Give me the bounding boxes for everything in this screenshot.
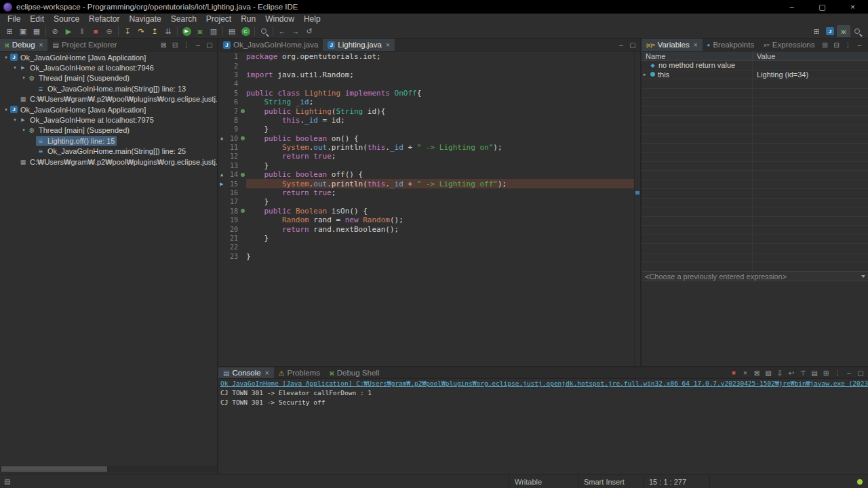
expander-icon[interactable]: ▾ (12, 65, 18, 70)
tab-console[interactable]: ▤Console× (218, 367, 274, 378)
debug-hscrollbar[interactable] (0, 466, 217, 472)
code-line[interactable]: 5public class Lighting implements OnOff{ (218, 89, 634, 98)
suspend-icon[interactable]: ‖ (75, 25, 89, 37)
tab-debug-shell[interactable]: жDebug Shell (325, 367, 384, 378)
close-button[interactable]: × (837, 0, 868, 14)
menu-source[interactable]: Source (49, 14, 84, 24)
tree-row[interactable]: ▾JOk_JavaGoInHome [Java Application] (0, 104, 217, 115)
tree-row[interactable]: ≡Ok_JavaGoInHome.main(String[]) line: 25 (0, 146, 217, 157)
back-icon[interactable]: ← (275, 25, 289, 37)
tree-row[interactable]: ▾JOk_JavaGoInHome [Java Application] (0, 52, 217, 62)
collapse-all-icon[interactable]: ⊟ (170, 39, 180, 50)
minimize-icon[interactable]: – (193, 39, 203, 50)
code-line[interactable]: ▲10 public boolean on() { (218, 134, 634, 143)
column-value[interactable]: Value (753, 52, 868, 60)
collapse-all-icon[interactable]: ⊟ (831, 39, 842, 50)
tree-row[interactable]: ≡Lighting.off() line: 15 (0, 136, 217, 146)
expander-icon[interactable]: ▾ (20, 127, 27, 133)
terminate-icon[interactable]: ■ (89, 25, 102, 37)
close-icon[interactable]: × (265, 369, 269, 377)
sash-right[interactable] (640, 39, 642, 366)
fold-marker-icon[interactable] (241, 209, 245, 213)
last-edit-location-icon[interactable]: ↺ (302, 25, 316, 37)
code-line[interactable]: 21 } (218, 234, 634, 243)
resume-icon[interactable]: ▶ (62, 25, 75, 37)
tab-expressions[interactable]: x=Expressions (759, 39, 819, 51)
new-wizard-icon[interactable]: ⊞ (3, 25, 16, 37)
code-line[interactable]: 11 System.out.println(this._id + " -> Li… (218, 143, 634, 152)
tab-problems[interactable]: ⚠Problems (274, 367, 326, 378)
open-console-icon[interactable]: ⊞ (821, 367, 831, 378)
view-menu-icon[interactable]: ⋮ (832, 367, 843, 378)
menu-file[interactable]: File (3, 14, 25, 24)
console-launch-header[interactable]: Ok_JavaGoInHome [Java Application] C:₩Us… (220, 379, 868, 388)
overview-ruler[interactable] (634, 52, 640, 366)
menu-project[interactable]: Project (201, 14, 236, 24)
close-icon[interactable]: × (39, 41, 43, 49)
step-into-icon[interactable]: ↧ (121, 25, 134, 37)
console-output[interactable]: Ok_JavaGoInHome [Java Application] C:₩Us… (220, 379, 868, 474)
code-line[interactable]: 18 public Boolean isOn() { (218, 207, 634, 216)
close-icon[interactable]: × (386, 41, 390, 49)
maximize-icon[interactable]: ▢ (865, 39, 868, 50)
minimize-icon[interactable]: – (616, 39, 627, 50)
variable-row[interactable]: ◆no method return value (642, 61, 868, 70)
coverage-icon[interactable]: ▥ (207, 25, 220, 37)
menu-help[interactable]: Help (299, 14, 326, 24)
menu-navigate[interactable]: Navigate (124, 14, 165, 24)
tree-row[interactable]: ≡Ok_JavaGoInHome.main(String[]) line: 13 (0, 83, 217, 94)
tab-lighting-java[interactable]: JLighting.java× (323, 39, 394, 51)
column-name[interactable]: Name (642, 52, 753, 60)
minimize-icon[interactable]: – (854, 39, 865, 50)
code-line[interactable]: 3import java.util.Random; (218, 70, 634, 79)
tree-row[interactable]: ▦C:₩Users₩gram₩.p2₩pool₩plugins₩org.ecli… (0, 157, 217, 167)
code-line[interactable]: 8 this._id = id; (218, 116, 634, 125)
skip-breakpoints-icon[interactable]: ⊘ (48, 25, 62, 37)
java-perspective-icon[interactable]: J (823, 25, 837, 37)
variable-row[interactable]: ▸thisLighting (id=34) (642, 70, 868, 80)
code-line[interactable]: 2 (218, 61, 634, 70)
code-line[interactable]: 13 } (218, 161, 634, 170)
menu-refactor[interactable]: Refactor (84, 14, 124, 24)
new-java-class-icon[interactable]: C (239, 25, 252, 37)
menu-run[interactable]: Run (236, 14, 260, 24)
tree-row[interactable]: ▦C:₩Users₩gram₩.p2₩pool₩plugins₩org.ecli… (0, 94, 217, 104)
fold-marker-icon[interactable] (241, 136, 245, 140)
tab-variables[interactable]: (x)=Variables× (642, 39, 703, 51)
editor-code[interactable]: 1package org.opentutorials.iot;23import … (218, 52, 634, 366)
sash-console[interactable] (218, 366, 868, 367)
maximize-icon[interactable]: ▢ (627, 39, 638, 50)
minimize-button[interactable]: – (776, 0, 807, 14)
run-icon[interactable]: ▶ (180, 25, 193, 37)
code-line[interactable]: 16 return true; (218, 188, 634, 197)
code-line[interactable]: ▶15 System.out.println(this._id + " -> L… (218, 179, 634, 188)
save-all-icon[interactable]: ▦ (30, 25, 43, 37)
drop-to-frame-icon[interactable]: ⇊ (161, 25, 175, 37)
word-wrap-icon[interactable]: ↩ (786, 367, 797, 378)
code-line[interactable]: 17 } (218, 197, 634, 206)
code-line[interactable]: 1package org.opentutorials.iot; (218, 52, 634, 61)
menu-window[interactable]: Window (260, 14, 299, 24)
step-over-icon[interactable]: ↷ (134, 25, 148, 37)
expander-icon[interactable]: ▸ (644, 72, 650, 77)
code-line[interactable]: 22 (218, 243, 634, 251)
forward-icon[interactable]: → (289, 25, 302, 37)
code-line[interactable]: 19 Random rand = new Random(); (218, 216, 634, 224)
expander-icon[interactable]: ▾ (3, 107, 9, 113)
code-line[interactable]: 12 return true; (218, 152, 634, 161)
save-icon[interactable]: ▣ (16, 25, 30, 37)
chevron-down-icon[interactable] (859, 272, 868, 281)
menu-edit[interactable]: Edit (25, 14, 49, 24)
code-line[interactable]: 6 String _id; (218, 98, 634, 106)
code-line[interactable]: 7 public Lighting(String id){ (218, 106, 634, 115)
tree-row[interactable]: ▾▶Ok_JavaGoInHome at localhost:7946 (0, 62, 217, 73)
quick-search-icon[interactable] (850, 25, 864, 37)
terminate-icon[interactable]: ■ (728, 367, 739, 378)
debug-hscrollbar-thumb[interactable] (1, 466, 107, 472)
minimize-icon[interactable]: – (844, 367, 854, 378)
open-perspective-icon[interactable]: ⊞ (810, 25, 823, 37)
sash-left[interactable] (217, 39, 218, 474)
overview-marker[interactable] (635, 191, 639, 195)
disconnect-icon[interactable]: ⊝ (102, 25, 116, 37)
code-line[interactable]: 23} (218, 252, 634, 261)
